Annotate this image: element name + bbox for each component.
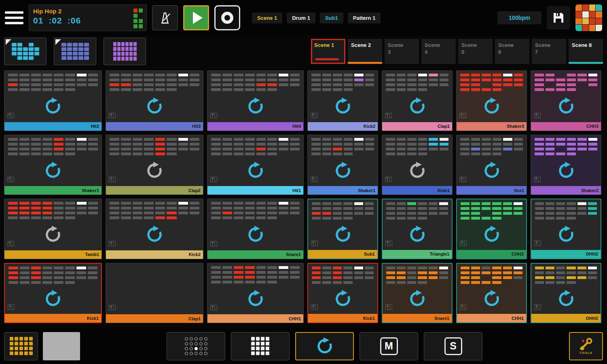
step-dash	[133, 152, 142, 155]
loop-mode-button[interactable]	[295, 332, 354, 360]
pattern-slot-button-3[interactable]	[104, 38, 146, 65]
pattern-cell-ohh2-27[interactable]: OHH2	[531, 263, 601, 324]
tools-button[interactable]: TOOLS	[569, 332, 603, 360]
pattern-cell-shaker2-13[interactable]: Shaker2	[531, 135, 601, 195]
step-dash	[20, 267, 30, 269]
loop-icon[interactable]	[146, 162, 163, 180]
loop-icon[interactable]	[44, 97, 62, 115]
breadcrumb-item-4[interactable]: Pattern 1	[348, 13, 381, 23]
loop-icon[interactable]	[557, 97, 575, 115]
loop-icon[interactable]	[483, 290, 501, 308]
scene-tab-6[interactable]: Scene 6	[495, 39, 529, 64]
pattern-cell-ride1-11[interactable]: Ride1	[382, 135, 453, 195]
record-button[interactable]	[214, 5, 240, 30]
scene-tab-2[interactable]: Scene 2	[348, 39, 382, 64]
pattern-cell-kick1-21[interactable]: Kick1	[4, 263, 102, 324]
step-dash	[155, 78, 165, 81]
pattern-cell-hit1-9[interactable]: Hit1	[207, 135, 304, 195]
scene-tab-1[interactable]: Scene 1	[311, 39, 345, 64]
solo-button[interactable]: S	[424, 332, 482, 360]
pattern-cell-snare1-16[interactable]: Snare1	[207, 199, 304, 259]
grid-view-button[interactable]	[231, 332, 290, 360]
loop-icon[interactable]	[408, 290, 426, 308]
step-dash	[567, 88, 576, 91]
breadcrumb-item-3[interactable]: Sub1	[320, 13, 343, 23]
pattern-cell-shaker3-5[interactable]: Shaker3	[456, 70, 527, 131]
pattern-cell-triangle1-18[interactable]: Triangle1	[382, 199, 453, 259]
song-info-panel[interactable]: Hip Hop 2 01 :02 :06	[29, 4, 147, 31]
logo-tile	[596, 25, 602, 31]
step-dash	[167, 83, 176, 86]
pads-view-button[interactable]	[167, 332, 225, 360]
scene-tab-8[interactable]: Scene 8	[569, 39, 603, 64]
app-logo[interactable]	[575, 4, 602, 31]
breadcrumb-item-1[interactable]: Scene 1	[252, 13, 282, 23]
loop-icon[interactable]	[247, 162, 264, 180]
scene-tab-7[interactable]: Scene 7	[532, 39, 566, 64]
loop-icon[interactable]	[483, 226, 501, 243]
loop-icon[interactable]	[408, 97, 426, 115]
loop-icon[interactable]	[334, 162, 352, 180]
loop-icon[interactable]	[247, 226, 264, 243]
loop-icon[interactable]	[557, 162, 575, 180]
breadcrumb-item-2[interactable]: Drum 1	[287, 13, 315, 23]
pattern-cell-clap1-4[interactable]: Clap1	[382, 70, 453, 131]
pattern-cell-chh2-19[interactable]: CHH2	[456, 199, 527, 259]
loop-icon[interactable]	[44, 226, 62, 243]
mute-button[interactable]: M	[360, 332, 418, 360]
metronome-button[interactable]	[152, 5, 178, 30]
pattern-cell-shaker1-10[interactable]: Shaker1	[307, 135, 378, 195]
loop-icon[interactable]	[247, 97, 264, 115]
save-button[interactable]	[547, 6, 570, 30]
pattern-cell-tamb1-14[interactable]: Tamb1	[4, 199, 102, 259]
menu-button[interactable]	[5, 11, 23, 24]
pattern-cell-clap1-22[interactable]: Clap1	[106, 263, 203, 324]
step-dash	[290, 212, 300, 214]
loop-icon[interactable]	[483, 97, 501, 115]
pattern-slot-button-1[interactable]	[4, 38, 47, 65]
scene-tab-3[interactable]: Scene 3	[385, 39, 419, 64]
pattern-cell-kick2-3[interactable]: Kick2	[307, 70, 378, 131]
pattern-bank-button[interactable]	[4, 332, 38, 360]
pattern-cell-hit2-0[interactable]: Hit2	[4, 70, 102, 131]
mini-keyboard-icon	[459, 176, 466, 184]
bpm-display[interactable]: 100bpm	[497, 11, 541, 24]
pattern-cell-kick2-15[interactable]: Kick2	[106, 199, 203, 259]
pattern-cell-shaker1-7[interactable]: Shaker1	[4, 135, 102, 195]
loop-icon[interactable]	[44, 290, 62, 308]
loop-icon[interactable]	[408, 162, 426, 180]
pattern-cell-hit4-2[interactable]: Hit4	[207, 70, 304, 131]
pattern-cell-chh3-6[interactable]: CHH3	[531, 70, 601, 131]
pattern-cell-kick1-24[interactable]: Kick1	[307, 263, 378, 324]
meter-segment	[139, 19, 143, 23]
loop-icon[interactable]	[334, 290, 352, 308]
play-button[interactable]	[183, 5, 209, 30]
step-dash	[222, 138, 232, 141]
loop-icon[interactable]	[247, 290, 264, 308]
scene-tab-5[interactable]: Scene 5	[458, 39, 493, 64]
empty-bank-button[interactable]	[43, 332, 80, 360]
pattern-cell-vox1-12[interactable]: Vox1	[456, 135, 527, 195]
loop-icon[interactable]	[146, 226, 163, 243]
pattern-cell-sub1-17[interactable]: Sub1	[307, 199, 378, 259]
loop-icon[interactable]	[557, 226, 575, 243]
loop-icon[interactable]	[557, 290, 575, 308]
pad-dot	[190, 342, 193, 345]
step-dash	[418, 152, 427, 155]
step-dash	[354, 202, 363, 205]
pattern-cell-chh1-26[interactable]: CHH1	[456, 263, 527, 324]
pattern-cell-clap2-8[interactable]: Clap2	[106, 135, 203, 195]
loop-icon[interactable]	[146, 97, 163, 115]
pattern-cell-snare1-25[interactable]: Snare1	[382, 263, 453, 324]
pattern-cell-chh1-23[interactable]: CHH1	[207, 263, 304, 324]
loop-icon[interactable]	[44, 162, 62, 180]
loop-icon[interactable]	[334, 226, 352, 243]
loop-icon[interactable]	[483, 162, 501, 180]
scene-tab-4[interactable]: Scene 4	[421, 39, 456, 64]
pattern-cell-hit3-1[interactable]: Hit3	[106, 70, 203, 131]
step-dash	[365, 267, 374, 269]
loop-icon[interactable]	[408, 226, 426, 243]
loop-icon[interactable]	[334, 97, 352, 115]
pattern-cell-ohh2-20[interactable]: OHH2	[531, 199, 601, 259]
pattern-slot-button-2[interactable]	[54, 38, 96, 65]
